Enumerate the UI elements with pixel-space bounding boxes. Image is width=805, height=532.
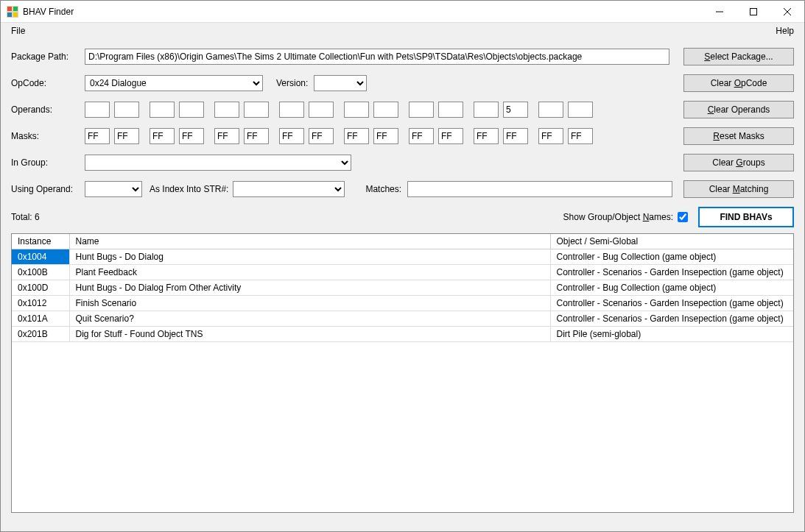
matches-input[interactable] xyxy=(407,181,672,197)
col-header-instance[interactable]: Instance xyxy=(12,234,69,249)
table-row[interactable]: 0x1012Finish ScenarioController - Scenar… xyxy=(12,296,793,311)
show-names-label: Show Group/Object Names: xyxy=(563,212,673,222)
cell-object[interactable]: Dirt Pile (semi-global) xyxy=(550,327,793,342)
operand-input-6[interactable] xyxy=(279,102,304,118)
cell-instance[interactable]: 0x101A xyxy=(12,311,69,327)
mask-input-5[interactable] xyxy=(244,128,269,144)
clear-opcode-button[interactable]: Clear OpCode xyxy=(683,74,794,92)
in-group-select[interactable] xyxy=(85,155,351,171)
minimize-button[interactable] xyxy=(703,1,737,23)
table-row[interactable]: 0x201BDig for Stuff - Found Object TNSDi… xyxy=(12,327,793,342)
cell-object[interactable]: Controller - Scenarios - Garden Insepect… xyxy=(550,265,793,280)
version-select[interactable] xyxy=(314,75,367,91)
window-title: BHAV Finder xyxy=(23,7,703,17)
package-path-label: Package Path: xyxy=(11,52,85,62)
close-button[interactable] xyxy=(770,1,804,23)
operand-input-9[interactable] xyxy=(373,102,398,118)
svg-rect-4 xyxy=(13,13,18,17)
cell-name[interactable]: Dig for Stuff - Found Object TNS xyxy=(69,327,550,342)
mask-input-6[interactable] xyxy=(279,128,304,144)
cell-name[interactable]: Hunt Bugs - Do Dialog From Other Activit… xyxy=(69,280,550,296)
package-path-input[interactable] xyxy=(85,49,669,65)
operand-input-1[interactable] xyxy=(114,102,139,118)
cell-object[interactable]: Controller - Scenarios - Garden Insepect… xyxy=(550,311,793,327)
operand-input-12[interactable] xyxy=(474,102,499,118)
mask-input-7[interactable] xyxy=(309,128,334,144)
mask-input-0[interactable] xyxy=(85,128,110,144)
svg-rect-2 xyxy=(13,7,18,11)
cell-name[interactable]: Hunt Bugs - Do Dialog xyxy=(69,249,550,265)
select-package-button[interactable]: Select Package... xyxy=(683,48,794,65)
operands-container xyxy=(85,102,593,118)
cell-object[interactable]: Controller - Scenarios - Garden Insepect… xyxy=(550,296,793,311)
opcode-label: OpCode: xyxy=(11,78,85,88)
clear-matching-button[interactable]: Clear Matching xyxy=(683,180,794,198)
cell-instance[interactable]: 0x201B xyxy=(12,327,69,342)
results-table-container: Instance Name Object / Semi-Global 0x100… xyxy=(11,233,794,513)
cell-object[interactable]: Controller - Bug Collection (game object… xyxy=(550,280,793,296)
operand-input-4[interactable] xyxy=(214,102,239,118)
table-row[interactable]: 0x100DHunt Bugs - Do Dialog From Other A… xyxy=(12,280,793,296)
operand-input-2[interactable] xyxy=(150,102,175,118)
operand-input-11[interactable] xyxy=(438,102,463,118)
opcode-select[interactable]: 0x24 Dialogue xyxy=(85,75,263,91)
version-label: Version: xyxy=(276,78,308,88)
app-icon xyxy=(7,6,18,18)
operands-label: Operands: xyxy=(11,104,85,115)
as-index-select[interactable] xyxy=(233,181,345,197)
operand-input-0[interactable] xyxy=(85,102,110,118)
svg-rect-3 xyxy=(7,13,12,17)
mask-input-8[interactable] xyxy=(344,128,369,144)
matches-label: Matches: xyxy=(365,184,401,194)
cell-instance[interactable]: 0x100B xyxy=(12,265,69,280)
mask-input-12[interactable] xyxy=(474,128,499,144)
clear-operands-button[interactable]: Clear Operands xyxy=(683,101,794,118)
operand-input-14[interactable] xyxy=(538,102,563,118)
cell-object[interactable]: Controller - Bug Collection (game object… xyxy=(550,249,793,265)
svg-rect-1 xyxy=(7,7,12,11)
reset-masks-button[interactable]: Reset Masks xyxy=(683,127,794,145)
table-row[interactable]: 0x100BPlant FeedbackController - Scenari… xyxy=(12,265,793,280)
table-row[interactable]: 0x1004Hunt Bugs - Do DialogController - … xyxy=(12,249,793,265)
cell-instance[interactable]: 0x100D xyxy=(12,280,69,296)
mask-input-13[interactable] xyxy=(503,128,528,144)
maximize-button[interactable] xyxy=(737,1,770,23)
table-row[interactable]: 0x101AQuit Scenario?Controller - Scenari… xyxy=(12,311,793,327)
col-header-object[interactable]: Object / Semi-Global xyxy=(550,234,793,249)
cell-name[interactable]: Quit Scenario? xyxy=(69,311,550,327)
operand-input-10[interactable] xyxy=(409,102,434,118)
in-group-label: In Group: xyxy=(11,157,85,168)
cell-instance[interactable]: 0x1012 xyxy=(12,296,69,311)
show-names-checkbox[interactable] xyxy=(678,212,688,222)
mask-input-4[interactable] xyxy=(214,128,239,144)
masks-label: Masks: xyxy=(11,131,85,141)
menu-file[interactable]: File xyxy=(5,24,31,38)
clear-groups-button[interactable]: Clear Groups xyxy=(683,154,794,171)
find-bhavs-button[interactable]: FIND BHAVs xyxy=(698,207,794,227)
as-index-label: As Index Into STR#: xyxy=(150,184,228,194)
menubar: File Help xyxy=(1,23,804,39)
results-table: Instance Name Object / Semi-Global 0x100… xyxy=(12,234,793,342)
mask-input-11[interactable] xyxy=(438,128,463,144)
operand-input-15[interactable] xyxy=(568,102,593,118)
using-operand-select[interactable] xyxy=(85,181,142,197)
operand-input-3[interactable] xyxy=(179,102,204,118)
mask-input-9[interactable] xyxy=(373,128,398,144)
menu-help[interactable]: Help xyxy=(770,24,800,38)
mask-input-10[interactable] xyxy=(409,128,434,144)
operand-input-7[interactable] xyxy=(309,102,334,118)
mask-input-15[interactable] xyxy=(568,128,593,144)
using-operand-label: Using Operand: xyxy=(11,184,85,194)
operand-input-13[interactable] xyxy=(503,102,528,118)
mask-input-3[interactable] xyxy=(179,128,204,144)
operand-input-5[interactable] xyxy=(244,102,269,118)
mask-input-1[interactable] xyxy=(114,128,139,144)
mask-input-14[interactable] xyxy=(538,128,563,144)
cell-name[interactable]: Plant Feedback xyxy=(69,265,550,280)
operand-input-8[interactable] xyxy=(344,102,369,118)
cell-name[interactable]: Finish Scenario xyxy=(69,296,550,311)
cell-instance[interactable]: 0x1004 xyxy=(12,249,69,265)
mask-input-2[interactable] xyxy=(150,128,175,144)
col-header-name[interactable]: Name xyxy=(69,234,550,249)
titlebar: BHAV Finder xyxy=(1,1,804,23)
